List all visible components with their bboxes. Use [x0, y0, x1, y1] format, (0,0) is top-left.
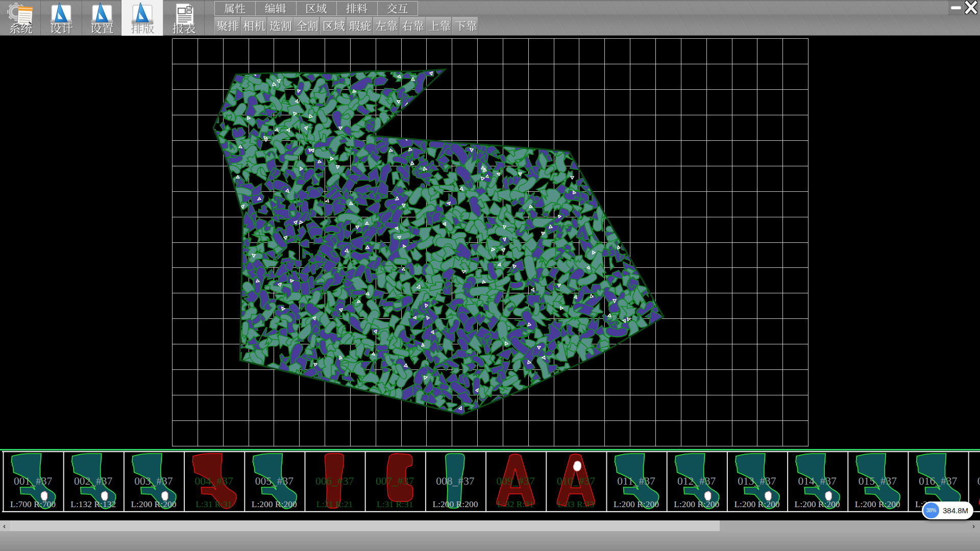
svg-text:004_#37: 004_#37	[194, 475, 233, 487]
svg-text:L:200 R:200: L:200 R:200	[674, 499, 719, 509]
svg-text:003_#37: 003_#37	[134, 475, 173, 487]
svg-text:L:31 R:31: L:31 R:31	[195, 499, 232, 509]
svg-text:012_#37: 012_#37	[677, 475, 716, 487]
svg-text:005_#37: 005_#37	[255, 475, 294, 487]
svg-text:L:700 R:700: L:700 R:700	[10, 499, 56, 509]
svg-text:L:33 R:33: L:33 R:33	[558, 499, 595, 509]
svg-text:0: 0	[977, 475, 980, 487]
svg-text:011_#37: 011_#37	[617, 475, 655, 487]
svg-text:015_#37: 015_#37	[859, 475, 897, 487]
svg-text:007_#37: 007_#37	[376, 475, 414, 487]
svg-text:002_#37: 002_#37	[74, 475, 113, 487]
svg-text:L:21 R:21: L:21 R:21	[316, 499, 353, 509]
svg-text:L:31 R:31: L:31 R:31	[377, 499, 413, 509]
svg-text:001_#37: 001_#37	[14, 475, 53, 487]
svg-text:L:200 R:200: L:200 R:200	[795, 499, 840, 509]
svg-text:L:132 R:132: L:132 R:132	[70, 499, 116, 509]
svg-text:016_#37: 016_#37	[919, 475, 958, 487]
svg-text:010_#37: 010_#37	[557, 475, 596, 487]
svg-text:L:200 R:200: L:200 R:200	[734, 499, 779, 509]
svg-text:L:200 R:200: L:200 R:200	[131, 499, 176, 509]
svg-text:006_#37: 006_#37	[315, 475, 354, 487]
svg-text:L:200 R:200: L:200 R:200	[252, 499, 297, 509]
svg-text:L:200 R:200: L:200 R:200	[614, 499, 659, 509]
svg-text:009_#37: 009_#37	[496, 475, 535, 487]
svg-text:014_#37: 014_#37	[798, 475, 837, 487]
svg-text:L:200 R:200: L:200 R:200	[855, 499, 900, 509]
svg-text:008_#37: 008_#37	[436, 475, 475, 487]
svg-text:L:32 R:31: L:32 R:31	[497, 499, 533, 509]
svg-text:013_#37: 013_#37	[738, 475, 776, 487]
svg-text:L:200 R:200: L:200 R:200	[432, 499, 478, 509]
